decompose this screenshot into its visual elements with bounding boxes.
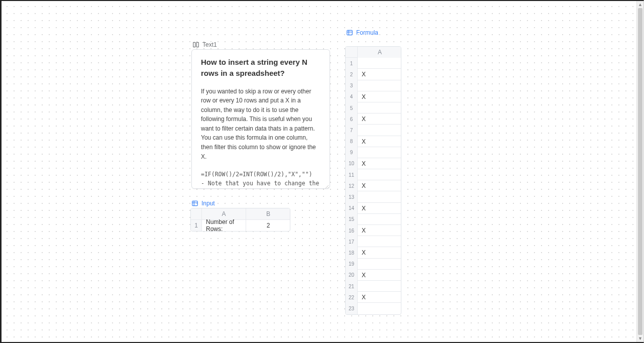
row-number[interactable]: 3 xyxy=(346,80,358,91)
resize-handle-icon[interactable] xyxy=(324,182,329,187)
text-panel-header[interactable]: Text1 xyxy=(192,41,217,48)
cell-a8[interactable]: X xyxy=(358,136,401,147)
table-icon xyxy=(191,200,198,207)
cell-a2[interactable]: X xyxy=(358,69,401,80)
table-row: 22X xyxy=(346,292,401,303)
row-number[interactable]: 2 xyxy=(346,69,358,80)
row-number[interactable]: 8 xyxy=(346,136,358,147)
table-row: 21 xyxy=(346,281,401,292)
text-card-code: =IF(ROW()/2=INT(ROW()/2),"X","") - Note … xyxy=(201,170,320,189)
cell-a13[interactable] xyxy=(358,191,401,202)
text-card-body: If you wanted to skip a row or every oth… xyxy=(201,87,320,162)
cell-a12[interactable]: X xyxy=(358,180,401,191)
table-row: 5 xyxy=(346,102,401,113)
text-card[interactable]: How to insert a string every N rows in a… xyxy=(191,49,330,189)
table-row: 8X xyxy=(346,136,401,147)
table-row: 19 xyxy=(346,259,401,270)
cell-a7[interactable] xyxy=(358,125,401,136)
table-row: 1 Number of Rows: 2 xyxy=(191,220,290,231)
row-number[interactable]: 5 xyxy=(346,102,358,113)
row-number[interactable]: 9 xyxy=(346,147,358,158)
table-row: 12X xyxy=(346,180,401,191)
column-header-a[interactable]: A xyxy=(358,47,401,58)
cell-a18[interactable]: X xyxy=(358,247,401,258)
cell-a23[interactable] xyxy=(358,303,401,314)
row-number[interactable]: 15 xyxy=(346,214,358,225)
svg-rect-0 xyxy=(193,42,195,47)
cell-a20[interactable]: X xyxy=(358,270,401,281)
scroll-down-arrow-icon[interactable]: ▼ xyxy=(637,335,643,342)
row-number[interactable]: 4 xyxy=(346,91,358,102)
cell-a1[interactable] xyxy=(358,58,401,69)
table-row: 1 xyxy=(346,58,401,69)
cell-a16[interactable]: X xyxy=(358,225,401,236)
cell-a19[interactable] xyxy=(358,259,401,270)
table-row: 16X xyxy=(346,225,401,236)
text-panel-title: Text1 xyxy=(202,41,217,48)
table-row: 7 xyxy=(346,125,401,136)
row-number[interactable]: 6 xyxy=(346,113,358,125)
table-row: 17 xyxy=(346,236,401,247)
row-number[interactable]: 13 xyxy=(346,191,358,202)
cell-b1[interactable]: 2 xyxy=(246,220,290,231)
svg-rect-7 xyxy=(347,30,353,35)
cell-a5[interactable] xyxy=(358,102,401,113)
row-number[interactable]: 21 xyxy=(346,281,358,292)
row-number[interactable]: 20 xyxy=(346,270,358,281)
cell-a9[interactable] xyxy=(358,147,401,158)
row-number[interactable]: 23 xyxy=(346,303,358,314)
scrollbar-track[interactable] xyxy=(637,8,643,335)
vertical-scrollbar[interactable]: ▲ ▼ xyxy=(636,1,643,342)
row-number[interactable]: 14 xyxy=(346,203,358,214)
table-row: 18X xyxy=(346,247,401,258)
svg-line-3 xyxy=(327,187,329,189)
svg-rect-1 xyxy=(196,42,198,47)
svg-rect-4 xyxy=(192,201,198,205)
table-row: 4X xyxy=(346,91,401,102)
cell-a21[interactable] xyxy=(358,281,401,292)
row-number[interactable]: 12 xyxy=(346,180,358,191)
row-number[interactable]: 10 xyxy=(346,158,358,169)
cell-a15[interactable] xyxy=(358,214,401,225)
formula-panel-header[interactable]: Formula xyxy=(346,29,378,36)
row-number[interactable]: 1 xyxy=(346,58,358,69)
row-number[interactable]: 22 xyxy=(346,292,358,303)
column-header-a[interactable]: A xyxy=(202,208,246,219)
table-corner xyxy=(346,47,358,57)
table-header-row: A xyxy=(346,47,401,58)
table-row: 20X xyxy=(346,270,401,281)
app-viewport: Text1 How to insert a string every N row… xyxy=(0,0,644,343)
row-number[interactable]: 7 xyxy=(346,125,358,136)
cell-a4[interactable]: X xyxy=(358,91,401,102)
cell-a17[interactable] xyxy=(358,236,401,247)
cell-a3[interactable] xyxy=(358,80,401,91)
cell-a22[interactable]: X xyxy=(358,292,401,303)
input-table[interactable]: A B 1 Number of Rows: 2 xyxy=(190,208,290,232)
table-row: 11 xyxy=(346,169,401,180)
row-number[interactable]: 11 xyxy=(346,169,358,180)
cell-a6[interactable]: X xyxy=(358,113,401,125)
table-row: 13 xyxy=(346,191,401,202)
table-corner xyxy=(191,208,202,219)
svg-line-2 xyxy=(325,185,329,189)
scrollbar-thumb[interactable] xyxy=(638,8,642,335)
table-row: 23 xyxy=(346,303,401,314)
cell-a10[interactable]: X xyxy=(358,158,401,169)
table-row: 15 xyxy=(346,214,401,225)
row-number[interactable]: 16 xyxy=(346,225,358,236)
row-number[interactable]: 19 xyxy=(346,259,358,270)
table-row: 14X xyxy=(346,203,401,214)
column-header-b[interactable]: B xyxy=(246,208,290,219)
table-row: 9 xyxy=(346,147,401,158)
row-number[interactable]: 18 xyxy=(346,247,358,258)
formula-table[interactable]: A 12X34X56X78X910X1112X1314X1516X1718X19… xyxy=(345,46,401,315)
formula-panel-title: Formula xyxy=(356,29,378,36)
input-panel-header[interactable]: Input xyxy=(191,200,215,207)
scroll-up-arrow-icon[interactable]: ▲ xyxy=(637,1,643,8)
cell-a11[interactable] xyxy=(358,169,401,180)
canvas-background[interactable]: Text1 How to insert a string every N row… xyxy=(2,1,643,342)
cell-a14[interactable]: X xyxy=(358,203,401,214)
row-number[interactable]: 1 xyxy=(191,220,202,231)
cell-a1[interactable]: Number of Rows: xyxy=(202,220,246,231)
row-number[interactable]: 17 xyxy=(346,236,358,247)
